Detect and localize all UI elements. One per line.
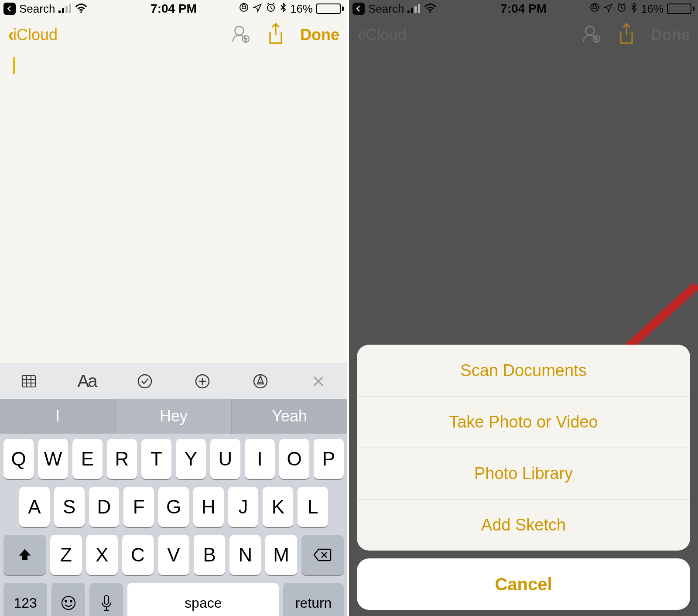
status-time: 7:04 PM bbox=[151, 2, 197, 16]
key-h[interactable]: H bbox=[193, 487, 224, 527]
keyboard: Q W E R T Y U I O P A S D F G H J K L Z bbox=[0, 434, 347, 616]
share-icon bbox=[617, 23, 636, 47]
cell-signal-icon bbox=[407, 4, 420, 13]
rotation-lock-icon bbox=[239, 2, 249, 16]
key-c[interactable]: C bbox=[122, 535, 154, 575]
predictive-suggestion[interactable]: Yeah bbox=[231, 399, 347, 434]
predictive-text-row: I Hey Yeah bbox=[0, 399, 347, 434]
bluetooth-icon bbox=[280, 2, 287, 16]
action-photo-library[interactable]: Photo Library bbox=[357, 448, 690, 499]
nav-bar: ‹ iCloud Done bbox=[0, 17, 347, 52]
key-n[interactable]: N bbox=[229, 535, 261, 575]
action-cancel[interactable]: Cancel bbox=[357, 558, 690, 610]
key-v[interactable]: V bbox=[158, 535, 189, 575]
key-t[interactable]: T bbox=[141, 439, 171, 479]
share-icon[interactable] bbox=[266, 23, 285, 47]
screenshot-right: Search 7:04 PM 16% ‹ iCloud bbox=[349, 0, 698, 616]
back-label: iCloud bbox=[362, 26, 407, 44]
key-emoji[interactable] bbox=[51, 583, 85, 616]
back-button[interactable]: ‹ iCloud bbox=[8, 24, 58, 45]
key-x[interactable]: X bbox=[86, 535, 118, 575]
key-f[interactable]: F bbox=[123, 487, 154, 527]
action-scan-documents[interactable]: Scan Documents bbox=[357, 345, 690, 396]
svg-point-2 bbox=[235, 27, 244, 35]
key-e[interactable]: E bbox=[72, 439, 103, 479]
key-p[interactable]: P bbox=[314, 439, 344, 479]
key-r[interactable]: R bbox=[107, 439, 137, 479]
key-i[interactable]: I bbox=[245, 439, 275, 479]
key-k[interactable]: K bbox=[263, 487, 293, 527]
battery-icon bbox=[316, 3, 344, 14]
text-style-button[interactable]: Aa bbox=[58, 371, 116, 391]
collaborate-icon[interactable] bbox=[229, 23, 251, 47]
rotation-lock-icon bbox=[589, 2, 600, 16]
key-shift[interactable] bbox=[3, 535, 46, 575]
back-to-search-icon[interactable] bbox=[3, 3, 16, 15]
collaborate-icon bbox=[580, 23, 602, 47]
key-s[interactable]: S bbox=[54, 487, 85, 527]
location-icon bbox=[603, 2, 613, 16]
close-toolbar-button[interactable] bbox=[289, 373, 347, 390]
predictive-suggestion[interactable]: I bbox=[0, 399, 116, 434]
key-w[interactable]: W bbox=[38, 439, 68, 479]
location-icon bbox=[253, 2, 262, 16]
key-space[interactable]: space bbox=[127, 583, 279, 616]
cell-signal-icon bbox=[58, 4, 71, 13]
battery-pct: 16% bbox=[290, 2, 313, 16]
key-y[interactable]: Y bbox=[176, 439, 206, 479]
table-button[interactable] bbox=[0, 373, 58, 390]
action-add-sketch[interactable]: Add Sketch bbox=[357, 499, 690, 551]
key-dictation[interactable] bbox=[89, 583, 123, 616]
key-j[interactable]: J bbox=[228, 487, 259, 527]
svg-point-10 bbox=[70, 600, 72, 602]
battery-pct: 16% bbox=[641, 2, 664, 16]
alarm-icon bbox=[616, 2, 627, 16]
battery-icon bbox=[667, 3, 695, 14]
svg-point-8 bbox=[62, 596, 75, 609]
back-button: ‹ iCloud bbox=[357, 24, 407, 45]
notes-format-toolbar: Aa bbox=[0, 363, 347, 399]
key-l[interactable]: L bbox=[298, 487, 328, 527]
action-take-photo-video[interactable]: Take Photo or Video bbox=[357, 396, 690, 448]
key-d[interactable]: D bbox=[89, 487, 120, 527]
add-attachment-button[interactable] bbox=[174, 373, 232, 390]
key-g[interactable]: G bbox=[158, 487, 189, 527]
key-return[interactable]: return bbox=[283, 583, 344, 616]
alarm-icon bbox=[266, 2, 276, 16]
status-time: 7:04 PM bbox=[500, 2, 547, 16]
key-backspace[interactable] bbox=[301, 535, 344, 575]
status-bar: Search 7:04 PM 16% bbox=[349, 0, 698, 17]
key-u[interactable]: U bbox=[210, 439, 240, 479]
svg-point-9 bbox=[65, 600, 67, 602]
status-bar: Search 7:04 PM 16% bbox=[0, 0, 347, 17]
back-to-search-icon[interactable] bbox=[352, 3, 365, 15]
key-b[interactable]: B bbox=[194, 535, 225, 575]
key-q[interactable]: Q bbox=[3, 439, 34, 479]
nav-bar: ‹ iCloud Done bbox=[349, 17, 698, 52]
back-to-search-label[interactable]: Search bbox=[368, 2, 404, 16]
screenshot-left: Search 7:04 PM 16% bbox=[0, 0, 349, 616]
action-sheet: Scan Documents Take Photo or Video Photo… bbox=[357, 345, 690, 610]
svg-rect-11 bbox=[104, 595, 109, 604]
text-cursor bbox=[13, 57, 15, 74]
key-z[interactable]: Z bbox=[50, 535, 82, 575]
wifi-icon bbox=[424, 2, 437, 16]
svg-point-5 bbox=[138, 375, 151, 388]
markup-button[interactable] bbox=[232, 373, 290, 390]
done-button[interactable]: Done bbox=[300, 26, 339, 44]
checklist-button[interactable] bbox=[116, 373, 174, 390]
done-button: Done bbox=[651, 26, 690, 44]
back-label: iCloud bbox=[13, 26, 58, 44]
wifi-icon bbox=[75, 2, 88, 16]
back-to-search-label[interactable]: Search bbox=[19, 2, 55, 16]
key-a[interactable]: A bbox=[19, 487, 50, 527]
bluetooth-icon bbox=[630, 2, 637, 16]
svg-point-14 bbox=[586, 27, 595, 35]
predictive-suggestion[interactable]: Hey bbox=[116, 399, 232, 434]
key-m[interactable]: M bbox=[265, 535, 297, 575]
svg-rect-4 bbox=[22, 376, 35, 387]
key-number-mode[interactable]: 123 bbox=[3, 583, 47, 616]
key-o[interactable]: O bbox=[279, 439, 309, 479]
